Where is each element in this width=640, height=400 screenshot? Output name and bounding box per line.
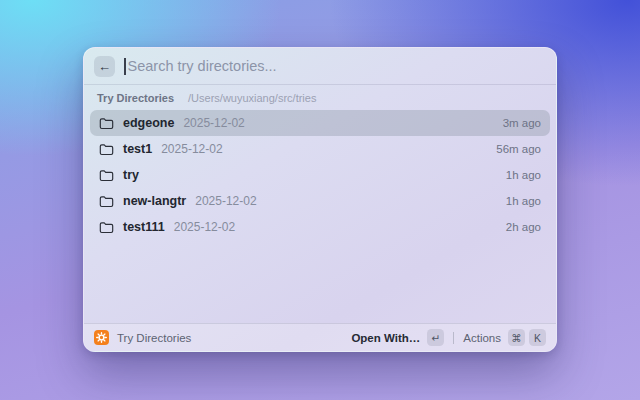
list-item[interactable]: edgeone2025-12-023m ago (90, 110, 550, 136)
section-path: /Users/wuyuxiang/src/tries (188, 92, 316, 104)
list-item[interactable]: new-langtr2025-12-021h ago (90, 188, 550, 214)
directory-date: 2025-12-02 (183, 116, 244, 130)
footer-bar: Try Directories Open With… ↵ Actions ⌘ K (84, 323, 556, 351)
footer-right: Open With… ↵ Actions ⌘ K (351, 329, 546, 346)
return-key-icon: ↵ (427, 329, 444, 346)
directory-date: 2025-12-02 (161, 142, 222, 156)
directory-name: test111 (123, 220, 165, 234)
actions-button[interactable]: Actions (463, 332, 501, 344)
list-item[interactable]: test1112025-12-022h ago (90, 214, 550, 240)
folder-icon (99, 168, 114, 183)
last-used-time: 1h ago (506, 195, 541, 207)
last-used-time: 1h ago (506, 169, 541, 181)
last-used-time: 2h ago (506, 221, 541, 233)
directory-name: new-langtr (123, 194, 186, 208)
last-used-time: 56m ago (496, 143, 541, 155)
search-bar: ← (84, 48, 556, 84)
directory-date: 2025-12-02 (195, 194, 256, 208)
extension-gear-icon (94, 330, 109, 345)
directory-date: 2025-12-02 (174, 220, 235, 234)
directory-name: edgeone (123, 116, 174, 130)
folder-icon (99, 142, 114, 157)
last-used-time: 3m ago (503, 117, 541, 129)
list-item[interactable]: test12025-12-0256m ago (90, 136, 550, 162)
launcher-window: ← Try Directories /Users/wuyuxiang/src/t… (83, 47, 557, 352)
directory-name: try (123, 168, 139, 182)
folder-icon (99, 116, 114, 131)
footer-divider (453, 332, 454, 344)
section-header: Try Directories /Users/wuyuxiang/src/tri… (84, 85, 556, 108)
back-arrow-icon: ← (98, 60, 111, 73)
back-button[interactable]: ← (94, 56, 115, 77)
footer-left: Try Directories (94, 330, 191, 345)
directory-name: test1 (123, 142, 152, 156)
folder-icon (99, 220, 114, 235)
search-input[interactable] (126, 58, 547, 74)
desktop-background: ← Try Directories /Users/wuyuxiang/src/t… (0, 0, 640, 400)
list-item[interactable]: try1h ago (90, 162, 550, 188)
folder-icon (99, 194, 114, 209)
cmd-key-icon: ⌘ (508, 329, 525, 346)
section-label: Try Directories (97, 92, 174, 104)
open-with-action[interactable]: Open With… (351, 332, 420, 344)
k-key-icon: K (529, 329, 546, 346)
footer-app-label: Try Directories (117, 332, 191, 344)
directory-list: edgeone2025-12-023m agotest12025-12-0256… (84, 108, 556, 240)
